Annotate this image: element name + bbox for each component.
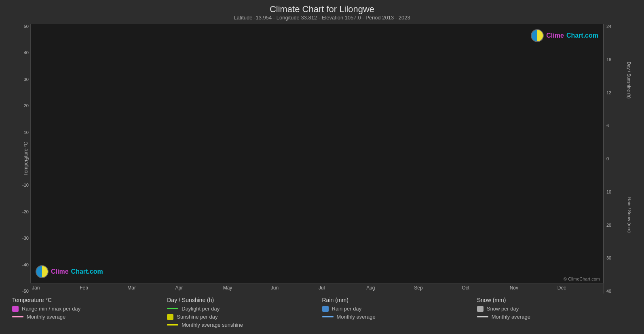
legend-item-daylight: Daylight per day [167,306,322,312]
tick-left--40: -40 [22,262,29,267]
swatch-monthly-rain [322,316,334,317]
page-container: Climate Chart for Lilongwe Latitude -13.… [0,0,644,334]
copyright: © ClimeChart.com [564,277,600,281]
legend-label-monthly-sunshine: Monthly average sunshine [182,322,243,328]
legend-item-monthly-avg-temp: Monthly average [12,314,167,320]
x-axis-month-Oct: Oct [460,285,470,291]
legend-col-snow: Snow (mm) Snow per day Monthly average [477,297,632,330]
tick-left--30: -30 [22,236,29,240]
x-axis-month-Mar: Mar [126,285,136,291]
legend-label-monthly-avg-snow: Monthly average [492,314,530,320]
legend-item-rain-bar: Rain per day [322,306,477,312]
chart-plot: ClimeChart.com ClimeChart.com © ClimeCha… [30,24,604,283]
legend-label-monthly-avg-temp: Monthly average [27,314,65,320]
legend-col-sunshine: Day / Sunshine (h) Daylight per day Suns… [167,297,322,330]
legend-label-sunshine: Sunshine per day [177,314,217,320]
tick-right-0: 0 [606,156,636,161]
legend-item-monthly-sunshine: Monthly average sunshine [167,322,322,328]
legend-item-monthly-avg-rain: Monthly average [322,314,477,320]
tick-left--20: -20 [22,209,29,214]
x-axis-month-Sep: Sep [412,285,422,291]
x-axis-month-Nov: Nov [508,285,518,291]
legend-label-rain: Rain per day [332,306,362,312]
right-label-sunshine: Day / Sunshine (h) [626,62,631,99]
swatch-range [12,306,19,312]
x-axis-month-Feb: Feb [78,285,88,291]
swatch-monthly-sunshine [167,324,178,325]
tick-left--50: -50 [22,289,29,294]
tick-left-20: 20 [24,103,29,108]
x-axis-month-Aug: Aug [365,285,375,291]
legend-col-temperature: Temperature °C Range min / max per day M… [12,297,167,330]
legend-label-range: Range min / max per day [22,306,80,312]
legend-item-snow-bar: Snow per day [477,306,632,312]
tick-right-30: 30 [606,255,636,260]
swatch-sunshine [167,314,173,320]
swatch-snow [477,306,484,312]
y-axis-right-container: 2418126010203040 Day / Sunshine (h) Rain… [604,24,636,294]
legend-title-temperature: Temperature °C [12,297,167,303]
title-section: Climate Chart for Lilongwe Latitude -13.… [8,4,636,21]
main-title: Climate Chart for Lilongwe [8,4,636,15]
x-axis-month-Jul: Jul [317,285,325,291]
tick-left-0: 0 [26,156,29,161]
tick-right-12: 12 [606,90,636,95]
legend-label-monthly-avg-rain: Monthly average [337,314,376,320]
legend-title-sunshine: Day / Sunshine (h) [167,297,322,303]
swatch-monthly-snow [477,316,488,317]
subtitle: Latitude -13.954 - Longitude 33.812 - El… [8,15,636,21]
legend-item-sunshine-bar: Sunshine per day [167,314,322,320]
legend-title-snow: Snow (mm) [477,297,632,303]
y-axis-left: Temperature °C 50403020100-10-20-30-40-5… [8,24,30,294]
chart-svg [31,24,603,283]
tick-right-24: 24 [606,24,636,29]
tick-left--10: -10 [22,183,29,187]
x-axis-month-Jan: Jan [30,285,40,291]
x-axis-month-Dec: Dec [556,285,566,291]
tick-left-40: 40 [24,50,29,55]
legend-col-rain: Rain (mm) Rain per day Monthly average [322,297,477,330]
legend-label-snow: Snow per day [487,306,519,312]
chart-area: Temperature °C 50403020100-10-20-30-40-5… [8,24,636,294]
tick-right-10: 10 [606,189,636,194]
chart-inner: ClimeChart.com ClimeChart.com © ClimeCha… [30,24,604,294]
swatch-monthly-temp [12,316,23,317]
tick-left-50: 50 [24,24,29,29]
x-axis-month-May: May [222,285,232,291]
swatch-rain [322,306,329,312]
legend-item-range: Range min / max per day [12,306,167,312]
swatch-daylight [167,308,178,309]
tick-right-6: 6 [606,123,636,128]
tick-left-30: 30 [24,77,29,82]
tick-right-18: 18 [606,57,636,62]
x-axis-month-Apr: Apr [174,285,183,291]
legend-item-monthly-avg-snow: Monthly average [477,314,632,320]
left-axis-ticks: 50403020100-10-20-30-40-50 [22,24,29,294]
x-axis-month-Jun: Jun [269,285,279,291]
legend-title-rain: Rain (mm) [322,297,477,303]
x-axis: JanFebMarAprMayJunJulAugSepOctNovDec [30,283,604,294]
tick-left-10: 10 [24,130,29,135]
legend-section: Temperature °C Range min / max per day M… [8,297,636,330]
legend-label-daylight: Daylight per day [182,306,220,312]
right-label-rain: Rain / Snow (mm) [627,197,632,233]
tick-right-40: 40 [606,289,636,294]
